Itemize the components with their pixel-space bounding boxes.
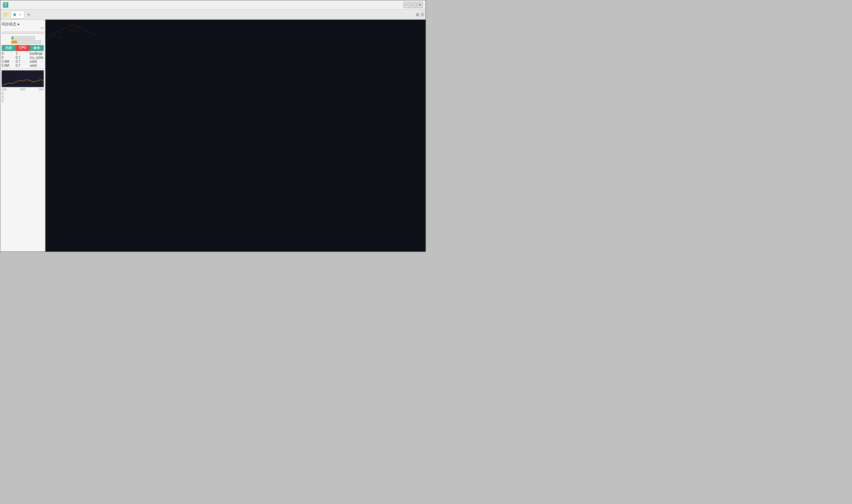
tab-1[interactable]: ✕ [10, 11, 24, 19]
menu-icon-1[interactable]: ☰ [421, 12, 424, 17]
sys-info-btn-1[interactable] [2, 32, 44, 34]
tab-add-1[interactable]: + [25, 11, 32, 18]
content-area-1: 同步状态 ● [0, 20, 426, 252]
proc-row-1-1: 0 1 ksoftirqd [2, 52, 44, 55]
net-chart-1 [2, 70, 44, 87]
ip-row-1 [2, 28, 44, 29]
proc-row-1-3: 5.9M 0.7 sshd [2, 60, 44, 64]
sidebar-1: 同步状态 ● [0, 20, 46, 252]
folder-icon-1[interactable]: 📁 [2, 11, 10, 19]
maximize-btn-1[interactable]: □ [410, 2, 416, 8]
close-btn-1[interactable]: ✕ [417, 2, 423, 8]
proc-row-1-2: 0 0.7 rcu_sche [2, 56, 44, 59]
tab-close-1[interactable]: ✕ [19, 13, 21, 16]
grid-icon-1[interactable]: ⊞ [416, 12, 419, 17]
sync-label-1: 同步状态 ● [2, 22, 20, 27]
app-icon-1: F [3, 2, 8, 8]
cpu-progress-1 [11, 36, 35, 40]
title-bar-1: F ─ □ ✕ [0, 0, 426, 10]
cpu-fill-1 [12, 37, 13, 39]
copy-btn-1[interactable] [40, 28, 44, 29]
tab-bar-1: 📁 ✕ + ⊞ ☰ [0, 10, 426, 20]
sync-row-1: 同步状态 ● [2, 22, 44, 27]
proc-row-1-4: 5.9M 0.7 sshd [2, 64, 44, 67]
latency-vals-1: 000 [2, 92, 44, 103]
minimize-btn-1[interactable]: ─ [404, 2, 409, 8]
mem-progress-1 [11, 40, 41, 44]
tab-right-icons-1: ⊞ ☰ [416, 12, 424, 17]
chart-labels-1: 42K 29K 14K [2, 88, 44, 91]
mem-fill-1 [12, 41, 17, 43]
cpu-bar-1 [2, 36, 44, 40]
redis-art-1: _._ _.-``__ ''-._ _.-`` `. `_. ''-._ .-`… [48, 22, 423, 39]
proc-header-1: 内存 CPU 命令 [2, 45, 44, 51]
tab-dot-1 [13, 13, 16, 16]
window-controls-1: ─ □ ✕ [404, 2, 423, 8]
terminal-1[interactable]: _._ _.-``__ ''-._ _.-`` `. `_. ''-._ .-`… [46, 20, 426, 252]
mem-bar-1 [2, 40, 44, 44]
window-1: F ─ □ ✕ 📁 ✕ + ⊞ ☰ 同步状态 ● [0, 0, 426, 252]
